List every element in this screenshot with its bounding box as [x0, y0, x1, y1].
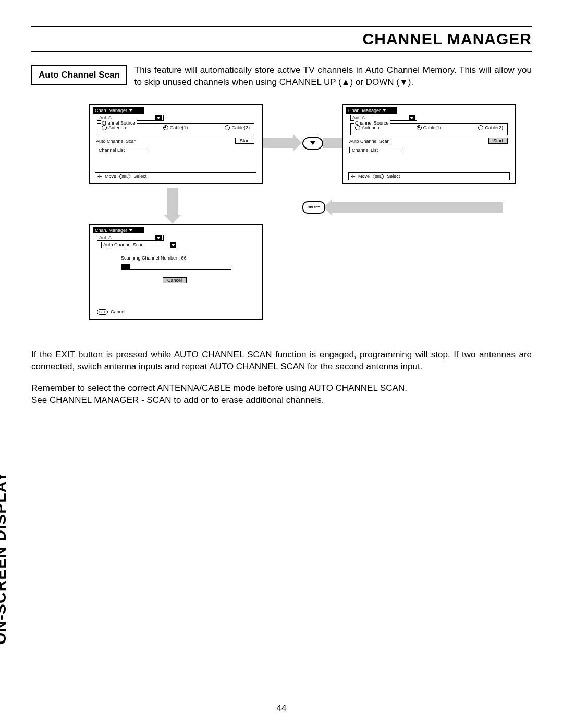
osd-screen-2: Chan. Manager Ant. A Channel Source Ante… — [342, 104, 516, 184]
body-paragraph-1: If the EXIT button is pressed while AUTO… — [31, 349, 532, 373]
osd1-footer: ✢ Move SEL Select — [95, 172, 256, 180]
dropdown-icon — [129, 229, 133, 231]
radio-cable2: Cable(2) — [478, 125, 503, 130]
osd2-start-button-highlighted: Start — [488, 138, 508, 144]
osd-screen-3: Chan. Manager Ant. A Auto Channel Scan S… — [89, 224, 263, 320]
section-side-label: ON-SCREEN DISPLAY — [0, 471, 9, 645]
dropdown-icon — [382, 109, 386, 112]
arrow-left-long — [331, 202, 503, 213]
osd-screen-1: Chan. Manager Ant. A Channel Source Ante… — [89, 104, 263, 184]
nav-arrows-icon: ✢ — [351, 174, 355, 179]
dropdown-icon — [410, 117, 414, 119]
progress-fill — [121, 264, 130, 269]
header-rule — [31, 26, 532, 27]
osd1-channel-list: Channel List — [96, 147, 148, 153]
arrow-down — [167, 188, 178, 216]
osd2-auto-scan-label: Auto Channel Scan — [349, 139, 390, 144]
intro-text: This feature will automatically store ac… — [134, 65, 532, 89]
remote-down-button — [302, 137, 323, 150]
radio-cable1: Cable(1) — [163, 125, 188, 130]
sel-pill: SEL — [373, 174, 384, 179]
osd1-start-button: Start — [235, 138, 254, 144]
body-paragraph-2: Remember to select the correct ANTENNA/C… — [31, 382, 532, 406]
osd2-tab: Chan. Manager — [346, 107, 397, 114]
page-number: 44 — [0, 703, 563, 713]
diagram-area: SELECT Chan. Manager Ant. A Channel Sour… — [47, 104, 516, 339]
osd3-progress-bar — [121, 264, 231, 270]
source-legend: Channel Source — [101, 120, 137, 126]
osd1-source-fieldset: Channel Source Antenna Cable(1) Cable(2) — [97, 123, 254, 135]
down-triangle-icon — [310, 141, 315, 145]
radio-antenna: Antenna — [102, 125, 126, 130]
osd1-auto-scan-label: Auto Channel Scan — [96, 139, 137, 144]
osd3-ant: Ant. A — [97, 235, 164, 241]
sel-pill: SEL — [119, 174, 130, 179]
osd3-scan-line: Scanning Channel Number : 66 — [121, 255, 187, 261]
title-row: CHANNEL MANAGER — [31, 29, 532, 51]
osd3-footer: SEL Cancel — [97, 309, 125, 315]
osd3-sub2: Auto Channel Scan — [101, 242, 178, 248]
radio-antenna: Antenna — [355, 125, 380, 130]
page-title: CHANNEL MANAGER — [363, 29, 532, 51]
intro-row: Auto Channel Scan This feature will auto… — [31, 65, 532, 89]
osd1-tab: Chan. Manager — [93, 107, 144, 114]
osd2-footer: ✢ Move SEL Select — [348, 172, 510, 180]
osd2-channel-list: Channel List — [349, 147, 401, 153]
remote-select-button: SELECT — [302, 201, 325, 214]
dropdown-icon — [129, 109, 133, 112]
radio-cable2: Cable(2) — [225, 125, 250, 130]
arrow-right-1 — [263, 138, 295, 148]
source-legend: Channel Source — [354, 120, 390, 126]
osd2-source-fieldset: Channel Source Antenna Cable(1) Cable(2) — [350, 123, 508, 135]
osd3-cancel-button: Cancel — [163, 277, 187, 283]
sel-pill: SEL — [97, 309, 108, 315]
manual-page: CHANNEL MANAGER Auto Channel Scan This f… — [0, 0, 563, 728]
dropdown-icon — [171, 244, 175, 246]
title-underline — [31, 51, 532, 52]
osd3-tab: Chan. Manager — [93, 227, 144, 233]
nav-arrows-icon: ✢ — [97, 174, 102, 179]
dropdown-icon — [156, 237, 161, 239]
dropdown-icon — [156, 117, 161, 119]
radio-cable1: Cable(1) — [417, 125, 442, 130]
feature-label-box: Auto Channel Scan — [31, 65, 127, 85]
